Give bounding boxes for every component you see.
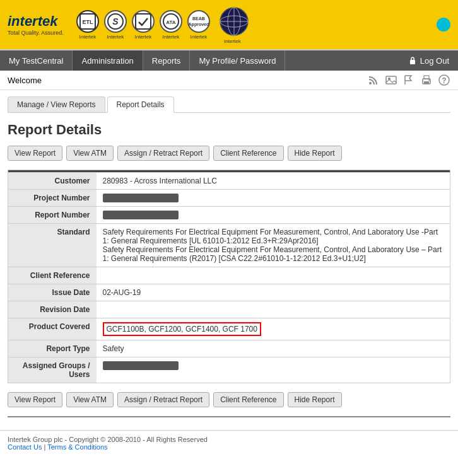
tab-report-details[interactable]: Report Details [107,96,174,113]
cert-beab: BEABApproved Intertek [187,10,210,40]
table-row: Standard Safety Requirements For Electri… [8,224,450,267]
table-row: Issue Date 02-AUG-19 [8,284,450,301]
contact-us-link[interactable]: Contact Us [8,443,42,451]
revision-date-label: Revision Date [8,301,97,318]
client-reference-button-bottom[interactable]: Client Reference [213,392,283,407]
cert-badges-area: ETL Intertek S Intertek Inter [76,6,450,44]
page-title: Report Details [8,122,450,138]
cert-check: Intertek [132,10,155,40]
help-icon[interactable]: ? [438,74,450,86]
beab-label: Intertek [191,34,208,40]
report-details-table: Customer 280983 - Across International L… [8,170,450,383]
rss-icon[interactable] [367,74,380,86]
report-number-label: Report Number [8,207,97,224]
print-icon[interactable] [420,74,433,86]
main-content: Manage / View Reports Report Details Rep… [0,90,458,430]
table-row: Revision Date [8,301,450,318]
etl-badge: ETL [76,10,99,33]
svg-text:S: S [112,16,119,26]
issue-date-label: Issue Date [8,284,97,301]
flag-icon[interactable] [402,74,415,86]
project-number-label: Project Number [8,190,97,207]
svg-point-13 [369,82,372,84]
footer-links: Contact Us | Terms & Conditions [8,443,450,451]
s-label: Intertek [107,34,124,40]
standard-label: Standard [8,224,97,267]
revision-date-value [97,301,450,318]
view-report-button-bottom[interactable]: View Report [8,392,62,407]
site-header: intertek Total Quality. Assured. ETL Int… [0,0,458,50]
report-type-value: Safety [97,340,450,357]
cert-ata: ATA Intertek [160,10,182,40]
welcome-icons: ? [367,74,450,86]
table-row: Assigned Groups / Users [8,357,450,383]
product-covered-value: GCF1100B, GCF1200, GCF1400, GCF 1700 [97,318,450,340]
table-row: Product Covered GCF1100B, GCF1200, GCF14… [8,318,450,340]
assign-retract-button-bottom[interactable]: Assign / Retract Report [117,392,209,407]
table-row: Project Number [8,190,450,207]
project-number-value [97,190,450,207]
tabs-row: Manage / View Reports Report Details [8,96,450,113]
s-badge: S [104,10,127,33]
cert-s: S Intertek [104,10,127,40]
logout-button[interactable]: Log Out [399,50,458,71]
terms-link[interactable]: Terms & Conditions [47,443,107,451]
customer-label: Customer [8,173,97,190]
lock-icon [408,56,417,65]
assigned-groups-label: Assigned Groups / Users [8,357,97,383]
welcome-text: Welcome [8,76,42,85]
navbar: My TestCentral Administration Reports My… [0,50,458,71]
view-atm-button-top[interactable]: View ATM [66,146,114,161]
globe-label: Intertek [224,38,241,44]
logo-tagline: Total Quality. Assured. [8,30,64,36]
project-number-blurred [103,194,179,202]
svg-rect-12 [410,60,415,64]
svg-rect-14 [386,76,396,84]
ata-badge: ATA [160,10,182,33]
svg-text:?: ? [442,76,446,85]
tab-manage-view-reports[interactable]: Manage / View Reports [8,96,105,112]
report-number-value [97,207,450,224]
table-row: Report Number [8,207,450,224]
report-number-blurred [103,211,179,219]
product-covered-label: Product Covered [8,318,97,340]
nav-reports[interactable]: Reports [143,50,191,71]
assigned-groups-blurred [103,361,179,370]
view-report-button-top[interactable]: View Report [8,146,62,161]
teal-dot [437,18,450,32]
client-reference-button-top[interactable]: Client Reference [213,146,283,161]
client-reference-value [97,267,450,284]
customer-value: 280983 - Across International LLC [97,173,450,190]
view-atm-button-bottom[interactable]: View ATM [66,392,114,407]
action-buttons-top: View Report View ATM Assign / Retract Re… [8,146,450,161]
footer: Intertek Group plc - Copyright © 2008-20… [0,430,458,456]
assigned-groups-value [97,357,450,383]
svg-text:ETL: ETL [82,19,93,25]
client-reference-label: Client Reference [8,267,97,284]
nav-profile[interactable]: My Profile/ Password [190,50,285,71]
issue-date-value: 02-AUG-19 [97,284,450,301]
logo-area: intertek Total Quality. Assured. [8,13,64,36]
hide-report-button-bottom[interactable]: Hide Report [288,392,342,407]
check-badge [132,10,155,33]
cert-globe: Intertek [215,6,250,44]
svg-point-19 [428,79,430,81]
table-row: Report Type Safety [8,340,450,357]
assign-retract-button-top[interactable]: Assign / Retract Report [117,146,209,161]
logo-text: intertek [8,13,64,30]
standard-value: Safety Requirements For Electrical Equip… [97,224,450,267]
nav-mytestcentral[interactable]: My TestCentral [0,50,73,71]
hide-report-button-top[interactable]: Hide Report [288,146,342,161]
nav-administration[interactable]: Administration [73,50,143,71]
action-buttons-bottom: View Report View ATM Assign / Retract Re… [8,392,450,407]
image-icon[interactable] [385,74,397,86]
section-divider [8,416,450,417]
product-highlight: GCF1100B, GCF1200, GCF1400, GCF 1700 [103,322,261,336]
svg-text:ATA: ATA [166,20,175,25]
copyright-text: Intertek Group plc - Copyright © 2008-20… [8,436,450,443]
beab-badge: BEABApproved [187,10,210,33]
table-row: Customer 280983 - Across International L… [8,173,450,190]
check-label: Intertek [135,34,152,40]
cert-etl: ETL Intertek [76,10,99,40]
welcome-bar: Welcome [0,71,458,90]
